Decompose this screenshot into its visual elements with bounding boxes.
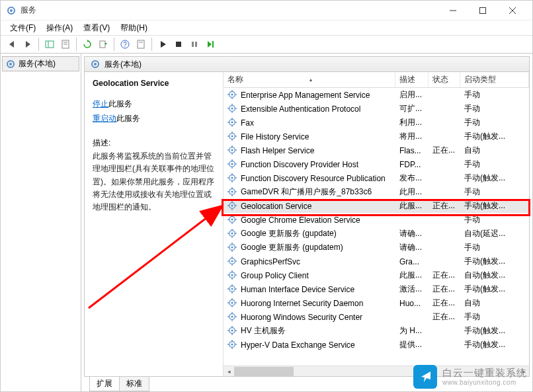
list-header: 名称 ▴ 描述 状态 启动类型 [224, 72, 529, 88]
start-service-button[interactable] [155, 37, 170, 52]
tab-extended[interactable]: 扩展 [89, 377, 120, 391]
gear-icon [227, 132, 238, 142]
refresh-button[interactable] [80, 37, 95, 52]
service-row[interactable]: Flash Helper ServiceFlas...正在...自动 [224, 143, 529, 157]
service-desc-cell: Gra... [395, 257, 429, 266]
svg-marker-24 [208, 41, 212, 48]
svg-point-43 [231, 121, 233, 123]
service-name-cell: Human Interface Device Service [224, 284, 395, 295]
services-icon [5, 59, 16, 69]
service-row[interactable]: Human Interface Device Service激活...正在...… [224, 282, 529, 296]
service-startup-cell: 自动(触发... [460, 270, 529, 281]
service-name-label: Enterprise App Management Service [241, 91, 370, 100]
service-row[interactable]: Huorong Windows Security Center正在...手动 [224, 310, 529, 324]
service-row[interactable]: Fax利用...手动 [224, 116, 529, 130]
service-name-cell: Function Discovery Provider Host [224, 159, 395, 170]
help-button[interactable]: ? [118, 37, 132, 52]
service-desc-cell: 此服... [395, 270, 429, 281]
menu-file[interactable]: 文件(F) [5, 21, 41, 35]
stop-service-button[interactable] [171, 37, 186, 52]
menu-view[interactable]: 查看(V) [78, 21, 115, 35]
description-label: 描述: [93, 137, 215, 149]
service-row[interactable]: Group Policy Client此服...正在...自动(触发... [224, 268, 529, 282]
service-row[interactable]: Huorong Internet Security DaemonHuo...正在… [224, 296, 529, 310]
column-name-label: 名称 [227, 74, 243, 85]
show-hide-tree-button[interactable] [42, 37, 57, 52]
service-name-label: Google 更新服务 (gupdate) [241, 228, 337, 239]
stop-link[interactable]: 停止 [93, 99, 108, 108]
service-desc-cell: 激活... [395, 284, 429, 295]
app-icon [6, 5, 17, 16]
service-startup-cell: 手动 [460, 117, 529, 128]
watermark-title: 白云一键重装系统 [442, 367, 527, 379]
column-startup[interactable]: 启动类型 [460, 72, 529, 87]
service-desc-cell: 此用... [395, 186, 429, 198]
service-name-label: Huorong Internet Security Daemon [241, 299, 363, 308]
column-desc[interactable]: 描述 [395, 72, 429, 87]
export-button[interactable] [96, 37, 110, 52]
service-row[interactable]: Extensible Authentication Protocol可扩...手… [224, 102, 529, 116]
properties-button[interactable] [58, 37, 73, 52]
service-desc-cell: 利用... [395, 117, 429, 128]
scroll-left-arrow[interactable]: ◂ [224, 366, 234, 376]
service-row[interactable]: Google 更新服务 (gupdate)请确...自动(延迟... [224, 227, 529, 241]
service-desc-cell: 请确... [395, 242, 429, 253]
service-row[interactable]: GraphicsPerfSvcGra...手动(触发... [224, 255, 529, 268]
service-status-cell: 正在... [429, 200, 460, 212]
gear-icon [227, 256, 238, 267]
column-status[interactable]: 状态 [429, 72, 460, 87]
service-desc-cell: 发布... [395, 173, 429, 184]
properties2-button[interactable] [134, 37, 148, 52]
scroll-thumb[interactable] [234, 367, 294, 376]
service-name-label: Human Interface Device Service [241, 285, 354, 294]
service-row[interactable]: Function Discovery Resource Publication发… [224, 171, 529, 185]
service-row[interactable]: Google 更新服务 (gupdatem)请确...手动 [224, 241, 529, 255]
svg-rect-21 [176, 42, 181, 47]
menu-help[interactable]: 帮助(H) [115, 21, 153, 35]
service-name-cell: Google Chrome Elevation Service [224, 215, 395, 225]
svg-point-115 [231, 288, 233, 290]
svg-point-85 [231, 218, 233, 220]
forward-button[interactable] [20, 37, 35, 52]
service-name-label: Function Discovery Resource Publication [241, 174, 386, 183]
toolbar-separator [76, 38, 77, 51]
service-row[interactable]: Enterprise App Management Service启用...手动 [224, 88, 529, 102]
service-row[interactable]: Function Discovery Provider HostFDP...手动 [224, 157, 529, 171]
service-name-cell: GraphicsPerfSvc [224, 256, 395, 267]
gear-icon [227, 90, 238, 100]
service-startup-cell: 自动 [460, 297, 529, 309]
close-button[interactable] [497, 1, 527, 20]
pause-service-button[interactable] [187, 37, 202, 52]
menu-action[interactable]: 操作(A) [41, 21, 78, 35]
maximize-button[interactable] [468, 1, 497, 20]
titlebar: 服务 [1, 1, 532, 20]
service-name-cell: Enterprise App Management Service [224, 90, 395, 100]
tab-standard[interactable]: 标准 [119, 377, 149, 391]
service-startup-cell: 手动(触发... [460, 339, 529, 350]
minimize-button[interactable] [438, 1, 468, 20]
back-button[interactable] [5, 37, 19, 52]
svg-rect-25 [212, 41, 214, 48]
service-row[interactable]: File History Service将用...手动(触发... [224, 130, 529, 143]
service-row[interactable]: GameDVR 和广播用户服务_87b33c6此用...手动 [224, 185, 529, 199]
detail-pane: Geolocation Service 停止此服务 重启动此服务 描述: 此服务… [85, 72, 224, 376]
service-row[interactable]: Hyper-V Data Exchange Service提供...手动(触发.… [224, 338, 529, 352]
restart-link[interactable]: 重启动 [93, 114, 116, 123]
service-startup-cell: 手动(触发... [460, 173, 529, 184]
watermark-logo-icon [413, 365, 437, 389]
gear-icon [227, 173, 238, 184]
column-name[interactable]: 名称 ▴ [224, 72, 395, 87]
restart-service-button[interactable] [203, 37, 218, 52]
service-name-cell: Google 更新服务 (gupdatem) [224, 242, 395, 253]
service-row[interactable]: HV 主机服务为 H...手动(触发... [224, 324, 529, 338]
service-row[interactable]: Google Chrome Elevation Service手动 [224, 213, 529, 227]
gear-icon [227, 326, 238, 336]
gear-icon [227, 201, 238, 212]
list-body[interactable]: Enterprise App Management Service启用...手动… [224, 88, 529, 366]
tree-root-item[interactable]: 服务(本地) [2, 56, 79, 71]
service-name-label: File History Service [241, 132, 309, 141]
service-row[interactable]: Geolocation Service此服...正在...手动(触发... [224, 199, 529, 213]
service-desc-cell: Huo... [395, 299, 429, 308]
service-name-cell: Group Policy Client [224, 270, 395, 281]
service-desc-cell: 提供... [395, 339, 429, 350]
